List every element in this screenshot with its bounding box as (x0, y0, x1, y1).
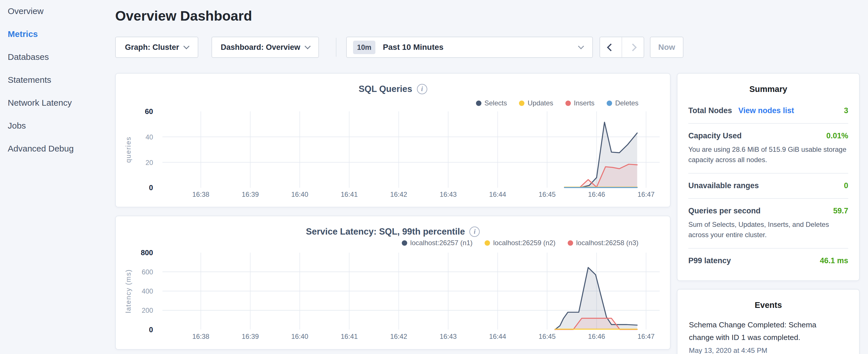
svg-text:16:45: 16:45 (538, 190, 556, 198)
summary-row-label: Unavailable ranges (688, 181, 759, 190)
svg-text:16:40: 16:40 (291, 190, 308, 198)
page-title: Overview Dashboard (115, 8, 252, 24)
svg-text:16:38: 16:38 (192, 190, 210, 198)
events-panel: Events Schema Change Completed: Schema c… (677, 289, 860, 354)
svg-text:0: 0 (149, 184, 153, 192)
graph-dropdown-label: Graph: Cluster (125, 43, 179, 52)
svg-text:16:43: 16:43 (440, 190, 457, 198)
sidebar: OverviewMetricsDatabasesStatementsNetwor… (0, 0, 115, 354)
svg-text:16:45: 16:45 (538, 332, 556, 340)
sidebar-item-jobs[interactable]: Jobs (8, 121, 26, 131)
summary-row-label: Queries per second (688, 206, 761, 215)
summary-row: P99 latency46.1 ms (688, 248, 848, 273)
service-latency-plot[interactable]: 16:3816:3916:4016:4116:4216:4316:4416:45… (116, 216, 670, 349)
view-nodes-list-link[interactable]: View nodes list (739, 106, 794, 115)
db-console-metrics-page: { "sidebar": { "items": [ {"label": "Ove… (0, 0, 868, 354)
svg-text:16:43: 16:43 (440, 332, 457, 340)
prev-range-button[interactable] (600, 37, 622, 57)
svg-text:16:42: 16:42 (390, 190, 407, 198)
svg-text:20: 20 (146, 159, 153, 166)
svg-text:800: 800 (141, 249, 153, 257)
summary-row-label: Capacity Used (688, 131, 742, 140)
svg-text:16:44: 16:44 (489, 332, 506, 340)
time-range-badge: 10m (353, 41, 375, 54)
toolbar-divider (336, 38, 336, 57)
graph-dropdown[interactable]: Graph: Cluster (115, 37, 198, 58)
svg-text:200: 200 (142, 307, 153, 314)
svg-text:40: 40 (146, 133, 153, 141)
svg-text:16:38: 16:38 (192, 332, 210, 340)
summary-row-value: 3 (844, 106, 848, 115)
sidebar-item-statements[interactable]: Statements (8, 75, 51, 85)
time-range-label: Past 10 Minutes (383, 43, 443, 52)
summary-row-value: 0 (844, 181, 848, 190)
summary-row-label: Total Nodes (688, 106, 732, 115)
sidebar-item-overview[interactable]: Overview (8, 6, 43, 16)
svg-text:queries: queries (124, 136, 132, 163)
sql-queries-chart-card: SQL Queriesi SelectsUpdatesInsertsDelete… (115, 73, 671, 207)
svg-text:0: 0 (149, 326, 153, 334)
svg-text:16:39: 16:39 (242, 190, 259, 198)
summary-row: Capacity Used0.01%You are using 28.6 MiB… (688, 123, 848, 173)
svg-text:16:46: 16:46 (588, 190, 605, 198)
summary-row-value: 0.01% (826, 131, 848, 140)
dashboard-dropdown-label: Dashboard: Overview (221, 43, 300, 52)
svg-text:400: 400 (142, 287, 153, 295)
next-range-button[interactable] (622, 37, 644, 57)
svg-text:16:42: 16:42 (390, 332, 407, 340)
summary-panel: Summary Total NodesView nodes list3Capac… (677, 73, 860, 281)
svg-text:16:40: 16:40 (291, 332, 308, 340)
event-timestamp: May 13, 2020 at 4:45 PM (689, 347, 848, 354)
dashboard-dropdown[interactable]: Dashboard: Overview (212, 37, 319, 58)
summary-row: Queries per second59.7Sum of Selects, Up… (688, 198, 848, 248)
time-range-selector[interactable]: 10m Past 10 Minutes (346, 37, 593, 58)
sidebar-item-databases[interactable]: Databases (8, 52, 49, 62)
chevron-down-icon (305, 43, 311, 49)
svg-text:16:44: 16:44 (489, 190, 506, 198)
now-button[interactable]: Now (650, 37, 683, 58)
sidebar-item-advanced-debug[interactable]: Advanced Debug (8, 144, 74, 154)
svg-text:60: 60 (145, 107, 153, 116)
svg-text:16:39: 16:39 (242, 332, 259, 340)
sidebar-item-metrics[interactable]: Metrics (8, 29, 38, 39)
summary-row-label: P99 latency (688, 256, 731, 265)
summary-row: Total NodesView nodes list3 (688, 99, 848, 123)
svg-text:600: 600 (142, 268, 153, 276)
summary-row-description: You are using 28.6 MiB of 515.9 GiB usab… (688, 144, 848, 165)
svg-text:16:47: 16:47 (638, 190, 655, 198)
summary-title: Summary (677, 74, 859, 99)
sql-queries-plot[interactable]: 16:3816:3916:4016:4116:4216:4316:4416:45… (116, 74, 670, 207)
summary-row: Unavailable ranges0 (688, 173, 848, 198)
svg-text:16:41: 16:41 (341, 332, 358, 340)
chevron-right-icon (629, 43, 637, 51)
events-title: Events (677, 290, 859, 315)
chevron-left-icon (607, 43, 615, 51)
summary-row-description: Sum of Selects, Updates, Inserts, and De… (688, 219, 848, 240)
svg-text:16:47: 16:47 (638, 332, 655, 340)
chevron-down-icon (183, 43, 189, 49)
service-latency-chart-card: Service Latency: SQL, 99th percentilei l… (115, 216, 671, 350)
svg-text:latency (ms): latency (ms) (124, 269, 132, 313)
summary-row-value: 46.1 ms (820, 256, 848, 265)
sidebar-item-network-latency[interactable]: Network Latency (8, 98, 72, 108)
svg-text:16:46: 16:46 (588, 332, 605, 340)
time-range-pager (599, 37, 644, 58)
event-text: Schema Change Completed: Schema change w… (689, 319, 828, 344)
event-item: Schema Change Completed: Schema change w… (689, 319, 848, 354)
chevron-down-icon (578, 43, 584, 49)
summary-row-value: 59.7 (833, 206, 848, 215)
svg-text:16:41: 16:41 (341, 190, 358, 198)
